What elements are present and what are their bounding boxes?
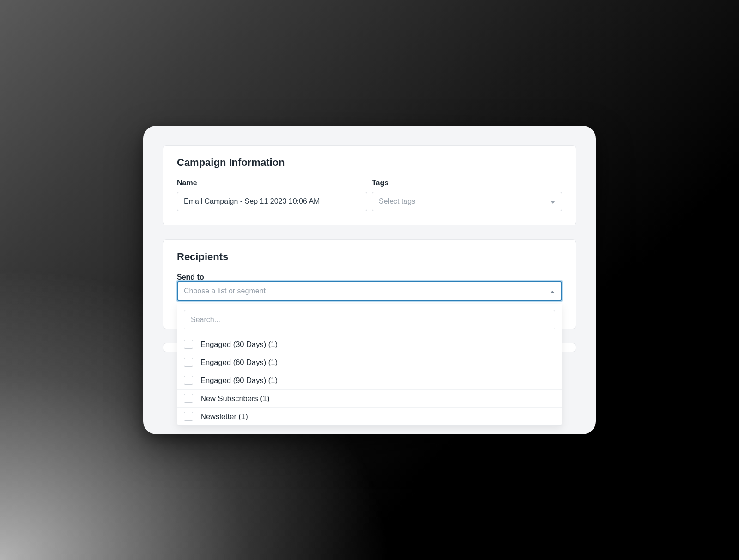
checkbox-icon[interactable]	[184, 358, 193, 367]
option-label: Newsletter (1)	[200, 412, 248, 421]
name-field: Name	[177, 179, 367, 211]
campaign-info-row: Name Tags Select tags	[177, 179, 562, 211]
caret-down-icon	[551, 197, 555, 206]
checkbox-icon[interactable]	[184, 394, 193, 403]
caret-up-icon	[550, 287, 555, 295]
list-option[interactable]: New Subscribers (1)	[177, 389, 562, 407]
list-option[interactable]: Engaged (90 Days) (1)	[177, 371, 562, 389]
tags-select[interactable]: Select tags	[372, 192, 562, 211]
checkbox-icon[interactable]	[184, 412, 193, 421]
name-input[interactable]	[177, 192, 367, 211]
option-label: Engaged (30 Days) (1)	[200, 340, 278, 349]
send-to-placeholder: Choose a list or segment	[184, 287, 266, 295]
recipients-title: Recipients	[177, 251, 562, 263]
checkbox-icon[interactable]	[184, 340, 193, 349]
send-to-label: Send to	[177, 273, 204, 281]
list-option[interactable]: Engaged (30 Days) (1)	[177, 335, 562, 353]
option-label: Engaged (90 Days) (1)	[200, 376, 278, 385]
dropdown-search-input[interactable]	[184, 310, 555, 329]
list-option[interactable]: Newsletter (1)	[177, 407, 562, 425]
send-to-wrapper: Choose a list or segment Engaged (30 Day…	[177, 281, 562, 301]
option-label: New Subscribers (1)	[200, 394, 269, 403]
send-to-select[interactable]: Choose a list or segment	[177, 281, 562, 301]
app-window: Campaign Information Name Tags Select ta…	[143, 126, 596, 434]
recipients-card: Recipients Send to Choose a list or segm…	[163, 239, 576, 329]
campaign-info-card: Campaign Information Name Tags Select ta…	[163, 145, 576, 225]
campaign-info-title: Campaign Information	[177, 157, 562, 169]
option-label: Engaged (60 Days) (1)	[200, 358, 278, 367]
tags-placeholder: Select tags	[379, 197, 415, 206]
name-label: Name	[177, 179, 367, 187]
tags-label: Tags	[372, 179, 562, 187]
dropdown-search-wrap	[177, 304, 562, 335]
checkbox-icon[interactable]	[184, 376, 193, 385]
tags-field: Tags Select tags	[372, 179, 562, 211]
send-to-dropdown: Engaged (30 Days) (1) Engaged (60 Days) …	[177, 304, 562, 426]
list-option[interactable]: Engaged (60 Days) (1)	[177, 353, 562, 371]
